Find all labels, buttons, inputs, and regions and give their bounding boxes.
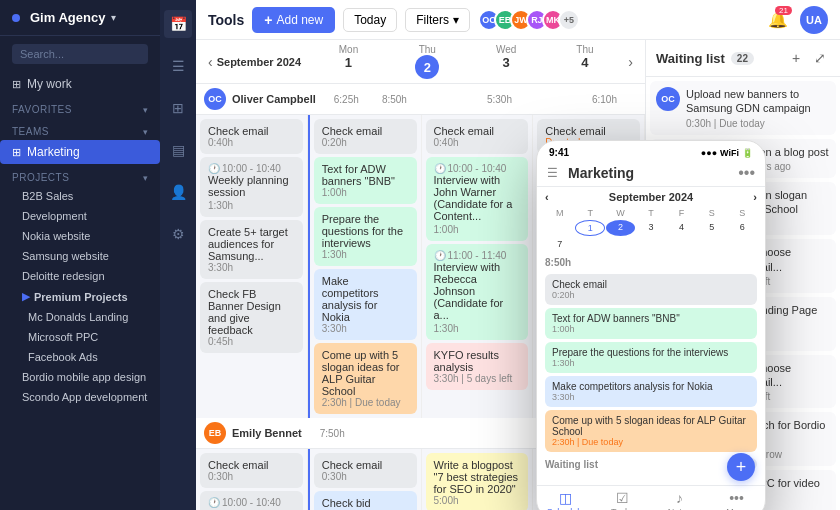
search-input[interactable] — [12, 44, 148, 64]
sidebar-item-development[interactable]: Development — [0, 206, 160, 226]
user-avatar[interactable]: UA — [800, 6, 828, 34]
folder-icon: ▶ — [22, 290, 30, 303]
sidebar-item-scondo[interactable]: Scondo App development — [0, 387, 160, 407]
col-header-3: Wed 3 — [467, 44, 546, 79]
sidebar-item-b2bsales[interactable]: B2B Sales — [0, 186, 160, 206]
task-card[interactable]: Come up with 5 slogan ideas for ALP Guit… — [314, 343, 417, 414]
today-button[interactable]: Today — [343, 8, 397, 32]
mobile-hamburger-icon[interactable]: ☰ — [547, 166, 558, 180]
icon-bar-grid[interactable]: ⊞ — [164, 94, 192, 122]
mini-cal-grid: M T W T F S S 1 2 3 4 5 6 7 — [545, 207, 757, 251]
mobile-nav-schedule[interactable]: ◫ Schedule — [537, 490, 594, 510]
more-icon: ••• — [729, 490, 744, 506]
mini-cal-header: ‹ September 2024 › — [545, 191, 757, 203]
cal-nav-next[interactable]: › — [624, 54, 637, 70]
sidebar-item-mywork-label: My work — [27, 77, 72, 91]
toolbar-right: 🔔 21 UA — [764, 6, 828, 34]
task-card[interactable]: Make competitors analysis for Nokia 3:30… — [314, 269, 417, 340]
mini-cal-prev[interactable]: ‹ — [545, 191, 549, 203]
mobile-nav: ◫ Schedule ☑ Tasks ♪ Notes ••• More — [537, 485, 765, 510]
app-name: Gim Agency — [30, 10, 105, 25]
sidebar-item-marketing[interactable]: ⊞ Marketing — [0, 140, 160, 164]
person-header-oliver: OC Oliver Campbell 6:25h 8:50h 5:30h 6:1… — [196, 84, 645, 115]
task-card[interactable]: Check email 0:40h — [426, 119, 529, 154]
teams-toggle[interactable]: ▾ — [143, 127, 149, 137]
task-card[interactable]: Check bid strategies in Google Ads for G… — [314, 491, 417, 510]
waiting-add-button[interactable]: + — [786, 48, 806, 68]
cal-month-label: September 2024 — [217, 56, 301, 68]
sidebar-item-bordio[interactable]: Bordio mobile app design — [0, 367, 160, 387]
toolbar: Tools + Add new Today Filters ▾ OC EB JW… — [196, 0, 840, 40]
mobile-task-card[interactable]: Check email 0:20h — [545, 274, 757, 305]
sidebar-teams-section: Teams ▾ — [0, 118, 160, 140]
waiting-item[interactable]: OC Upload new banners to Samsung GDN cam… — [650, 81, 836, 135]
emily-col-thu: Check email 0:30h Check bid strategies i… — [308, 449, 422, 510]
notifications-button[interactable]: 🔔 21 — [764, 6, 792, 34]
mobile-nav-notes[interactable]: ♪ Notes — [651, 490, 708, 510]
mobile-header: ☰ Marketing ••• — [537, 160, 765, 187]
oliver-col-mon: Check email 0:40h 🕐10:00 - 10:40 Weekly … — [196, 115, 308, 418]
mobile-task-card[interactable]: Make competitors analysis for Nokia 3:30… — [545, 376, 757, 407]
task-card[interactable]: Write a blogpost "7 best strategies for … — [426, 453, 529, 510]
waiting-expand-button[interactable]: ⤢ — [810, 48, 830, 68]
sidebar-item-facebookads[interactable]: Facebook Ads — [0, 347, 160, 367]
filters-button[interactable]: Filters ▾ — [405, 8, 470, 32]
icon-bar-person[interactable]: 👤 — [164, 178, 192, 206]
task-card[interactable]: 🕐11:00 - 11:40 Interview with Rebecca Jo… — [426, 244, 529, 340]
main-area: Tools + Add new Today Filters ▾ OC EB JW… — [196, 0, 840, 510]
mobile-task-card[interactable]: Prepare the questions for the interviews… — [545, 342, 757, 373]
favorites-toggle[interactable]: ▾ — [143, 105, 149, 115]
add-new-button[interactable]: + Add new — [252, 7, 335, 33]
task-card[interactable]: Check email 0:30h — [200, 453, 303, 488]
projects-toggle[interactable]: ▾ — [143, 173, 149, 183]
mobile-task-card[interactable]: Come up with 5 slogan ideas for ALP Guit… — [545, 410, 757, 452]
avatar-extra[interactable]: +5 — [558, 9, 580, 31]
calendar-header: ‹ September 2024 Mon 1 Thu 2 Wed 3 — [196, 40, 645, 84]
task-card[interactable]: 🕐10:00 - 10:40 Weekly planning session 1… — [200, 157, 303, 217]
mini-cal-month: September 2024 — [609, 191, 693, 203]
mobile-mini-calendar: ‹ September 2024 › M T W T F S S 1 2 3 4 — [537, 187, 765, 255]
task-card[interactable]: Prepare the questions for the interviews… — [314, 207, 417, 266]
mobile-nav-more[interactable]: ••• More — [708, 490, 765, 510]
sidebar-item-deloitte[interactable]: Deloitte redesign — [0, 266, 160, 286]
task-card[interactable]: 🕐10:00 - 10:40 Weekly planning session — [200, 491, 303, 510]
task-card[interactable]: Text for ADW banners "BNB" 1:00h — [314, 157, 417, 204]
oliver-avatar: OC — [204, 88, 226, 110]
task-card[interactable]: Check email 0:40h — [200, 119, 303, 154]
oliver-name: Oliver Campbell — [232, 93, 316, 105]
sidebar-item-premium[interactable]: ▶ Premium Projects — [0, 286, 160, 307]
icon-bar: 📅 ☰ ⊞ ▤ 👤 ⚙ — [160, 0, 196, 510]
sidebar-item-nokia[interactable]: Nokia website — [0, 226, 160, 246]
icon-bar-list[interactable]: ☰ — [164, 52, 192, 80]
sidebar-header[interactable]: Gim Agency ▾ — [0, 0, 160, 36]
mobile-menu-dots[interactable]: ••• — [738, 164, 755, 182]
toolbar-title: Tools — [208, 12, 244, 28]
oliver-col-wed: Check email 0:40h 🕐10:00 - 10:40 Intervi… — [422, 115, 534, 418]
mobile-fab-button[interactable]: + — [727, 453, 755, 481]
oliver-hours-end: 8:50h — [382, 94, 407, 105]
mobile-nav-tasks[interactable]: ☑ Tasks — [594, 490, 651, 510]
task-card[interactable]: Check email 0:20h — [314, 119, 417, 154]
mobile-task-card[interactable]: Text for ADW banners "BNB" 1:00h — [545, 308, 757, 339]
app-menu-chevron[interactable]: ▾ — [111, 12, 116, 23]
task-card[interactable]: KYFO results analysis 3:30h | 5 days lef… — [426, 343, 529, 390]
task-card[interactable]: 🕐10:00 - 10:40 Interview with John Warne… — [426, 157, 529, 241]
content-area: ‹ September 2024 Mon 1 Thu 2 Wed 3 — [196, 40, 840, 510]
task-card[interactable]: Create 5+ target audiences for Samsung..… — [200, 220, 303, 279]
icon-bar-gantt[interactable]: ▤ — [164, 136, 192, 164]
sidebar-item-samsung[interactable]: Samsung website — [0, 246, 160, 266]
icon-bar-calendar[interactable]: 📅 — [164, 10, 192, 38]
active-day-num: 2 — [415, 55, 439, 79]
oliver-col-thu: Check email 0:20h Text for ADW banners "… — [308, 115, 422, 418]
sidebar-item-mywork[interactable]: ⊞ My work — [0, 72, 160, 96]
mobile-overlay: 9:41 ●●● WiFi 🔋 ☰ Marketing ••• ‹ Septem… — [536, 140, 766, 510]
waiting-avatar: OC — [656, 87, 680, 111]
mini-cal-next[interactable]: › — [753, 191, 757, 203]
sidebar-search-container — [0, 36, 160, 72]
sidebar-item-mcdonalds[interactable]: Mc Donalds Landing — [0, 307, 160, 327]
icon-bar-settings[interactable]: ⚙ — [164, 220, 192, 248]
task-card[interactable]: Check email 0:30h — [314, 453, 417, 488]
task-card[interactable]: Check FB Banner Design and give feedback… — [200, 282, 303, 353]
cal-nav-prev[interactable]: ‹ — [204, 54, 217, 70]
sidebar-item-microsoftppc[interactable]: Microsoft PPC — [0, 327, 160, 347]
